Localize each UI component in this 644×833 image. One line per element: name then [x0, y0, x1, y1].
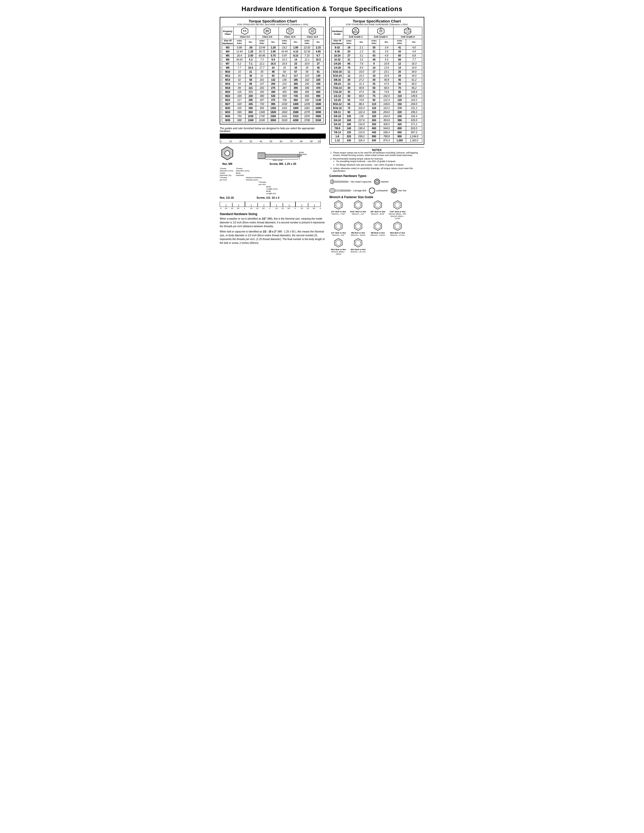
table-cell: 49	[368, 58, 380, 62]
table-cell: 375	[268, 98, 279, 102]
metric-annotations: ThreadDiameter (mm) InsideDiameter (in) …	[220, 167, 326, 195]
table-cell: 44.64	[233, 58, 245, 62]
left-column: Torque Specification Chart FOR STANDARD …	[220, 17, 326, 246]
table-cell: 163.2	[406, 98, 422, 102]
table-cell: 250	[301, 82, 313, 86]
table-cell: 1032	[279, 102, 290, 106]
table-cell: M7	[222, 62, 233, 66]
table-cell: 22.92	[301, 46, 313, 50]
table-cell: 121	[245, 86, 256, 90]
svg-marker-149	[356, 202, 361, 208]
table-cell: 733	[256, 102, 268, 106]
table-cell: 840	[301, 98, 313, 102]
wrench-item: M12 Bolt or NutWrench (Bolt)—19mm	[329, 238, 348, 255]
s2-inlbs: in/lbsft/lbs	[343, 39, 355, 45]
table-cell: 19	[368, 74, 380, 78]
screw-inch-label: Screw, 1/2- 16 x 2	[257, 196, 280, 199]
table-cell: M5	[222, 54, 233, 58]
table-cell: 7/16-20	[332, 90, 343, 94]
size-header: Size OfHardware	[222, 39, 233, 45]
table-cell: 31	[368, 50, 380, 54]
carriage-bolt-label: Carriage Bolt	[353, 189, 367, 192]
table-cell: 3/4-16	[332, 122, 343, 127]
table-cell: 35	[368, 82, 380, 86]
table-cell: 90	[368, 98, 380, 102]
svg-rect-15	[220, 133, 321, 138]
table-cell: 30	[368, 78, 380, 82]
c129-inlbs: in/lbsft/lbs	[301, 39, 313, 45]
table-cell: 68.0	[380, 86, 393, 90]
table-cell: 171	[245, 90, 256, 94]
c56-nm: Nm.	[245, 39, 256, 45]
table-cell: 31	[343, 58, 355, 62]
nut-inch-label: Nut, 1/2-16	[220, 196, 234, 199]
table-cell: 70	[393, 86, 406, 90]
table-cell: 155	[343, 130, 355, 135]
table-cell: 50	[368, 86, 380, 90]
table-cell: 1140	[313, 98, 324, 102]
table-cell: 3310	[290, 114, 301, 118]
svg-text:3/4: 3/4	[313, 207, 315, 209]
table-cell: 390	[290, 86, 301, 90]
table-cell: 204.0	[380, 110, 393, 114]
sae5-icon	[377, 27, 385, 35]
washer-item: Washer	[374, 179, 389, 185]
annot-screw-parts: ThreadDiameter (mm) BodyDiameter Distanc…	[236, 167, 326, 195]
table-cell: 90	[343, 110, 355, 114]
table-cell: 162	[301, 78, 313, 82]
table-cell: 5/16-18	[332, 70, 343, 74]
svg-text:90: 90	[310, 140, 313, 143]
table-cell: 16.3	[406, 62, 422, 66]
bolt-nut-label: 3/8" Bolt or Nut	[369, 211, 387, 213]
table-cell: 31.3	[355, 82, 368, 86]
table-cell: 598.4	[380, 130, 393, 135]
table-cell: 2441	[279, 114, 290, 118]
table-cell: 16.9	[279, 62, 290, 66]
table-cell: 240	[393, 114, 406, 118]
wrench-guide-heading: Wrench & Fastener Size Guide	[329, 195, 424, 199]
table-cell: 1680	[313, 102, 324, 106]
svg-text:30: 30	[250, 140, 252, 143]
svg-text:12.9: 12.9	[311, 30, 314, 32]
table-cell: 656	[301, 94, 313, 98]
table-cell: 326.4	[406, 114, 422, 118]
table-cell: 320	[233, 102, 245, 106]
table-cell: 81	[313, 70, 324, 74]
table-cell: 870.4	[380, 138, 393, 143]
table-cell: 25	[393, 70, 406, 74]
table-cell: 15	[233, 70, 245, 74]
table-cell: M24	[222, 98, 233, 102]
ruler-section: The guides and ruler furnished below are…	[220, 127, 326, 210]
table-cell: 559	[279, 94, 290, 98]
right-torque-table: HardwareGrade NoMarks	[331, 27, 422, 143]
left-chart-heading: Torque Specification Chart	[222, 19, 324, 23]
inch-labels: Nut, 1/2-16 Screw, 1/2- 16 x 2	[220, 196, 326, 199]
table-cell: 346	[301, 86, 313, 90]
table-cell: 1/4-28	[332, 66, 343, 70]
svg-text:3/4: 3/4	[237, 207, 240, 209]
table-cell: 9/16-12	[332, 102, 343, 106]
table-cell: 9.7	[313, 54, 324, 58]
table-cell: 3.1	[355, 54, 368, 58]
notes-heading: NOTES	[329, 147, 424, 151]
wrench-item: M6 Bolt or NutWrench—10mm	[349, 221, 367, 236]
wrench-size-label: Wrench (Bolt)—5/8" Wrench (Nut)—11/16"	[388, 213, 407, 220]
svg-text:Body: Body	[300, 151, 304, 153]
sae8-icon	[404, 27, 411, 35]
table-cell: 287	[279, 86, 290, 90]
sizing-section: Standard Hardware Sizing When a washer o…	[220, 212, 326, 245]
table-cell: 120	[368, 106, 380, 110]
no-marks-icon: NoMarks	[352, 27, 359, 35]
table-cell: 169	[233, 94, 245, 98]
table-cell: 1350	[268, 106, 279, 110]
bolt-nut-label: M10 Bolt or Nut	[388, 232, 407, 234]
class-129-label: Class 12.9	[301, 35, 324, 39]
table-cell: 1.28	[268, 46, 279, 50]
table-cell: M22	[222, 94, 233, 98]
svg-text:0: 0	[220, 140, 222, 143]
table-cell: 13.44	[233, 50, 245, 54]
table-cell: 8	[368, 62, 380, 66]
svg-marker-157	[356, 224, 361, 229]
table-cell: 35	[343, 90, 355, 94]
svg-text:1: 1	[244, 207, 245, 209]
